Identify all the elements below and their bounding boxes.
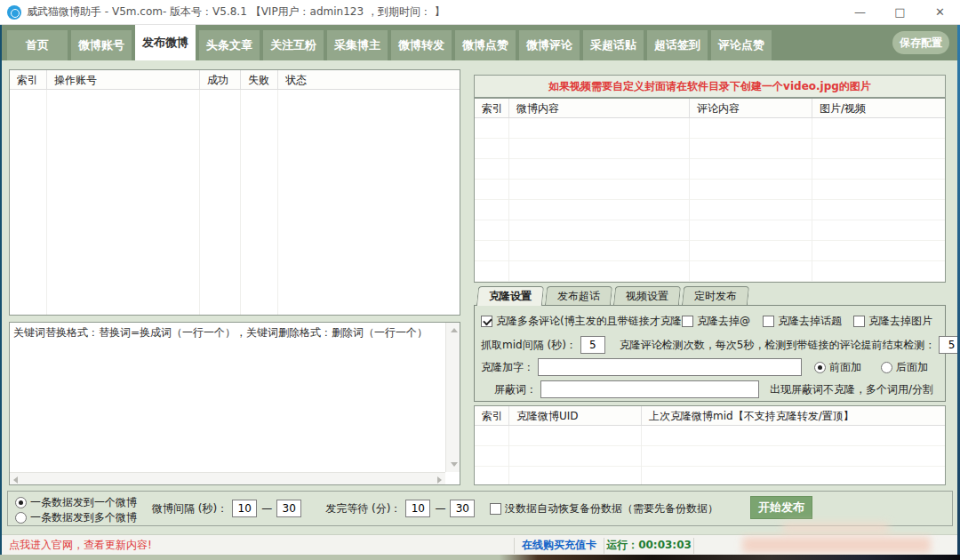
tab-weibo-account[interactable]: 微博账号 [71, 30, 132, 60]
interval-from-input[interactable] [232, 500, 257, 517]
wait-from-input[interactable] [405, 500, 430, 517]
settings-tabs: 克隆设置 发布超话 视频设置 定时发布 [477, 286, 748, 306]
column-header-index[interactable]: 索引 [475, 406, 509, 425]
radio-multi-per-weibo-label: 一条数据发到多个微博 [30, 510, 137, 525]
column-header-lastmid[interactable]: 上次克隆微博mid【不支持克隆转发/置顶】 [642, 406, 945, 425]
settab-clone-settings[interactable]: 克隆设置 [476, 286, 544, 306]
settab-publish-supertopic[interactable]: 发布超话 [545, 286, 612, 306]
radio-front-label: 前面加 [829, 360, 861, 375]
tab-supertopic-signin[interactable]: 超话签到 [647, 30, 708, 60]
tab-comment-like[interactable]: 评论点赞 [711, 30, 772, 60]
official-site-link[interactable]: 点我进入官网，查看更新内容! [0, 538, 514, 553]
start-publish-button[interactable]: 开始发布 [750, 496, 812, 519]
block-word-input[interactable] [540, 380, 759, 398]
column-header-account[interactable]: 操作账号 [47, 70, 200, 89]
scroll-left-icon[interactable] [13, 476, 18, 484]
publish-control-panel: 一条数据发到一个微博 一条数据发到多个微博 微博间隔 (秒)： — 发完等待 (… [7, 491, 953, 526]
redacted-watermark [782, 523, 889, 533]
app-icon [7, 5, 21, 20]
radio-front-group[interactable]: 前面加 [814, 360, 861, 375]
weibo-interval-label: 微博间隔 (秒)： [152, 501, 228, 516]
window-controls: — □ ✕ [840, 0, 960, 24]
keyword-replace-textarea[interactable]: 关键词替换格式：替换词=换成词（一行一个），关键词删除格式：删除词（一行一个） [9, 322, 460, 485]
interval-to-input[interactable] [276, 500, 301, 517]
main-nav: 首页 微博账号 发布微博 头条文章 关注互粉 采集博主 微博转发 微博点赞 微博… [0, 25, 960, 60]
desktop-strip-bottom [0, 555, 960, 560]
runtime-counter: 运行：00:03:03 [604, 538, 693, 553]
mid-interval-label: 抓取mid间隔 (秒)： [481, 338, 577, 353]
mid-interval-input[interactable] [580, 336, 605, 354]
clone-record-table: 索引 克隆微博UID 上次克隆微博mid【不支持克隆转发/置顶】 [474, 405, 946, 485]
remove-image-checkbox[interactable] [853, 316, 865, 327]
wait-label: 发完等待 (分)： [325, 501, 401, 516]
settab-scheduled-publish[interactable]: 定时发布 [682, 286, 749, 306]
column-header-content[interactable]: 微博内容 [509, 99, 690, 117]
column-header-success[interactable]: 成功 [200, 70, 241, 89]
window-title: 威武猫微博助手 - V5m.com- 版本号：V5.8.1 【VIP用户：adm… [27, 4, 445, 20]
dash: — [261, 502, 272, 515]
save-config-button[interactable]: 保存配置 [892, 31, 949, 54]
redacted-watermark [742, 537, 931, 553]
block-word-hint: 出现屏蔽词不克隆，多个词用/分割 [770, 382, 933, 397]
column-header-status[interactable]: 状态 [278, 70, 460, 89]
account-table-header: 索引 操作账号 成功 失败 状态 [10, 70, 460, 90]
clone-multi-comment-label: 克隆多条评论(博主发的且带链接才克隆) [496, 314, 685, 329]
clone-settings-panel: 克隆多条评论(博主发的且带链接才克隆) 克隆去掉@ 克隆去掉话题 克隆去掉图片 … [474, 305, 946, 402]
content-table-header: 索引 微博内容 评论内容 图片/视频 [475, 99, 945, 118]
scroll-right-icon[interactable] [437, 476, 442, 484]
tab-comment[interactable]: 微博评论 [519, 30, 580, 60]
tab-collect-supertopic[interactable]: 采超话贴 [583, 30, 644, 60]
horizontal-scrollbar[interactable] [10, 472, 445, 484]
video-cover-notice: 如果视频需要自定义封面请在软件目录下创建一个video.jpg的图片 [474, 75, 946, 98]
minimize-button[interactable]: — [840, 0, 880, 25]
maximize-button[interactable]: □ [880, 0, 920, 25]
account-table: 索引 操作账号 成功 失败 状态 [9, 69, 460, 316]
radio-one-per-weibo-label: 一条数据发到一个微博 [30, 495, 137, 510]
vertical-scrollbar[interactable] [445, 323, 460, 472]
column-header-uid[interactable]: 克隆微博UID [509, 406, 642, 425]
column-header-media[interactable]: 图片/视频 [812, 99, 945, 117]
desktop-edge-left [0, 25, 2, 560]
clone-table-header: 索引 克隆微博UID 上次克隆微博mid【不支持克隆转发/置顶】 [475, 406, 945, 426]
statusbar-divider [693, 538, 694, 554]
radio-one-per-weibo[interactable] [15, 497, 27, 508]
detect-count-label: 克隆评论检测次数，每次5秒，检测到带链接的评论提前结束检测： [620, 338, 936, 353]
radio-multi-per-weibo[interactable] [15, 512, 27, 524]
remove-image-label: 克隆去掉图片 [868, 314, 932, 329]
tab-repost[interactable]: 微博转发 [391, 30, 452, 60]
tab-publish-weibo[interactable]: 发布微博 [135, 25, 196, 60]
app-window: 威武猫微博助手 - V5m.com- 版本号：V5.8.1 【VIP用户：adm… [0, 0, 960, 560]
column-header-index[interactable]: 索引 [10, 70, 47, 89]
content-table: 索引 微博内容 评论内容 图片/视频 [474, 98, 946, 283]
radio-back[interactable] [881, 362, 892, 373]
settab-video-settings[interactable]: 视频设置 [613, 286, 681, 306]
tab-collect-blogger[interactable]: 采集博主 [327, 30, 388, 60]
radio-back-group[interactable]: 后面加 [881, 360, 928, 375]
dash2: — [435, 502, 445, 515]
block-word-label: 屏蔽词： [494, 382, 537, 397]
restore-backup-label: 没数据自动恢复备份数据（需要先备份数据） [505, 501, 718, 516]
scroll-up-icon[interactable] [451, 328, 458, 332]
tab-toutiao-article[interactable]: 头条文章 [199, 30, 260, 60]
scroll-down-icon[interactable] [451, 462, 458, 467]
column-header-comment[interactable]: 评论内容 [690, 99, 812, 117]
remove-topic-checkbox[interactable] [763, 316, 774, 327]
clone-table-body [475, 426, 945, 484]
restore-backup-checkbox[interactable] [490, 503, 501, 515]
buy-card-link[interactable]: 在线购买充值卡 [515, 538, 604, 553]
radio-front[interactable] [814, 362, 826, 373]
tab-like[interactable]: 微博点赞 [455, 30, 516, 60]
title-bar: 威武猫微博助手 - V5m.com- 版本号：V5.8.1 【VIP用户：adm… [0, 0, 960, 25]
clone-multi-comment-checkbox[interactable] [481, 316, 492, 327]
remove-at-checkbox[interactable] [682, 316, 693, 327]
column-header-fail[interactable]: 失败 [241, 70, 278, 89]
radio-back-label: 后面加 [896, 360, 928, 375]
tab-follow[interactable]: 关注互粉 [263, 30, 324, 60]
column-header-index[interactable]: 索引 [475, 99, 509, 117]
close-button[interactable]: ✕ [920, 0, 960, 25]
nav-tabs: 首页 微博账号 发布微博 头条文章 关注互粉 采集博主 微博转发 微博点赞 微博… [7, 25, 772, 60]
clone-addtext-label: 克隆加字： [481, 360, 534, 375]
tab-home[interactable]: 首页 [7, 30, 68, 60]
wait-to-input[interactable] [450, 500, 475, 517]
clone-addtext-input[interactable] [538, 358, 802, 376]
